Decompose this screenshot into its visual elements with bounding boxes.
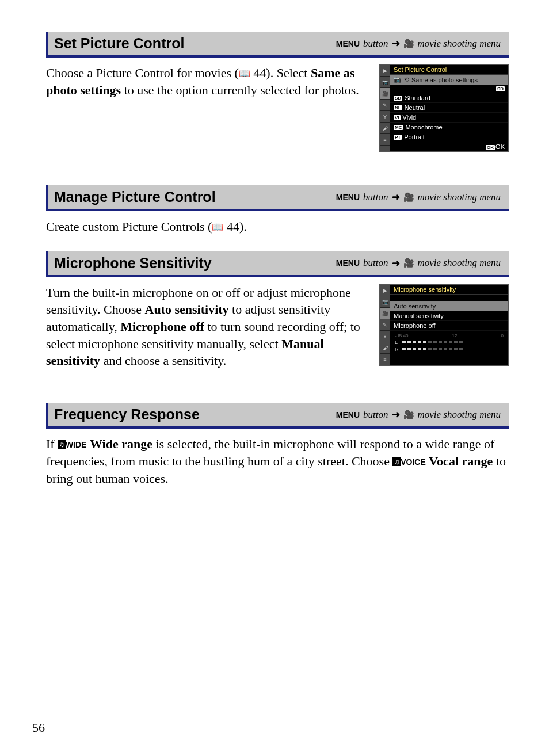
book-icon: 📖 xyxy=(239,67,250,80)
camera-screenshot-picture-control: ▶ 📷 🎥 ✎ Y 🖌 ≡ Set Picture Control 📷⟲ Sam… xyxy=(379,64,509,152)
arrow-right-icon: ➜ xyxy=(392,408,400,421)
section-title: Manage Picture Control xyxy=(54,189,216,205)
menu-path: MENU button ➜ 🎥 movie shooting menu xyxy=(336,191,501,203)
menu-button-word: button xyxy=(363,38,388,49)
section-title: Set Picture Control xyxy=(54,35,184,52)
body-text: Turn the built-in microphone on or off o… xyxy=(46,284,368,369)
screenshot-level-meter: -dB 40120 L R xyxy=(390,331,508,354)
movie-camera-icon: 🎥 xyxy=(403,192,414,203)
menu-path: MENU button ➜ 🎥 movie shooting menu xyxy=(336,408,501,421)
set-picture-control-body: Choose a Picture Control for movies (📖 4… xyxy=(46,64,509,152)
screenshot-sidebar: ▶ 📷 🎥 ✎ Y 🖌 ≡ xyxy=(380,285,390,365)
screenshot-footer: OKOK xyxy=(390,142,508,151)
section-header-microphone-sensitivity: Microphone Sensitivity MENU button ➜ 🎥 m… xyxy=(46,251,509,277)
arrow-right-icon: ➜ xyxy=(392,191,400,203)
menu-path: MENU button ➜ 🎥 movie shooting menu xyxy=(336,37,501,49)
screenshot-item-monochrome: MCMonochrome xyxy=(390,123,508,132)
screenshot-title: Microphone sensitivity xyxy=(390,285,508,295)
screenshot-sidebar: ▶ 📷 🎥 ✎ Y 🖌 ≡ xyxy=(380,65,390,151)
screenshot-main: Microphone sensitivity Auto sensitivity … xyxy=(390,285,508,365)
screenshot-main: Set Picture Control 📷⟲ Same as photo set… xyxy=(390,65,508,151)
menu-name: movie shooting menu xyxy=(418,38,501,49)
movie-camera-icon: 🎥 xyxy=(403,258,414,268)
screenshot-item-neutral: NLNeutral xyxy=(390,103,508,113)
section-header-manage-picture-control: Manage Picture Control MENU button ➜ 🎥 m… xyxy=(46,185,509,211)
movie-camera-icon: 🎥 xyxy=(403,410,414,420)
frequency-body: If ♫WIDE Wide range is selected, the bui… xyxy=(46,436,509,487)
menu-path: MENU button ➜ 🎥 movie shooting menu xyxy=(336,257,501,269)
section-header-set-picture-control: Set Picture Control MENU button ➜ 🎥 movi… xyxy=(46,32,509,58)
screenshot-item-vivid: VIVivid xyxy=(390,113,508,123)
sync-icon: ⟲ xyxy=(404,76,409,83)
camera-screenshot-microphone: ▶ 📷 🎥 ✎ Y 🖌 ≡ Microphone sensitivity Aut… xyxy=(379,284,509,366)
microphone-body: Turn the built-in microphone on or off o… xyxy=(46,284,509,369)
screenshot-item-same: 📷⟲ Same as photo settings xyxy=(390,75,508,85)
screenshot-item-manual: Manual sensitivity xyxy=(390,311,508,321)
camera-icon: 📷 xyxy=(394,76,402,83)
section-title: Microphone Sensitivity xyxy=(54,255,212,272)
section-header-frequency-response: Frequency Response MENU button ➜ 🎥 movie… xyxy=(46,403,509,429)
screenshot-item-auto: Auto sensitivity xyxy=(390,301,508,311)
manage-body: Create custom Picture Controls (📖 44). xyxy=(46,218,509,235)
body-text: Choose a Picture Control for movies (📖 4… xyxy=(46,64,368,98)
screenshot-item-off: Microphone off xyxy=(390,321,508,331)
sd-badge: SD xyxy=(496,86,505,91)
movie-camera-icon: 🎥 xyxy=(403,39,414,49)
menu-label: MENU xyxy=(336,39,360,48)
screenshot-item-standard: SDStandard xyxy=(390,93,508,103)
section-title: Frequency Response xyxy=(54,406,200,423)
arrow-right-icon: ➜ xyxy=(392,257,400,269)
arrow-right-icon: ➜ xyxy=(392,37,400,49)
screenshot-item-portrait: PTPortrait xyxy=(390,132,508,142)
vocal-range-icon: ♫ xyxy=(392,457,401,466)
page-number: 56 xyxy=(32,720,45,735)
wide-range-icon: ♫ xyxy=(58,440,66,449)
body-text: If ♫WIDE Wide range is selected, the bui… xyxy=(46,436,509,487)
book-icon: 📖 xyxy=(212,221,223,234)
screenshot-title: Set Picture Control xyxy=(390,65,508,75)
body-text: Create custom Picture Controls (📖 44). xyxy=(46,218,509,235)
